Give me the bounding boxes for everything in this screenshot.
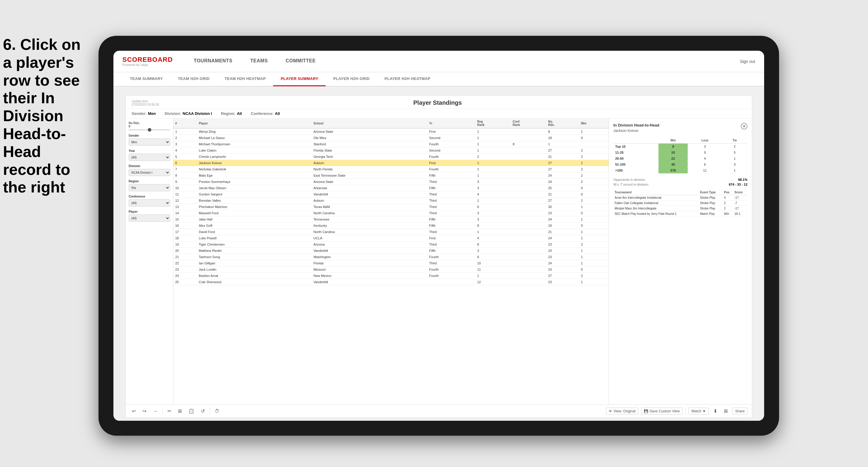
cell-conf — [511, 210, 547, 216]
tourn-pos: Win — [723, 211, 733, 217]
table-row[interactable]: 18 Luke Powell UCLA First 4 24 1 — [174, 235, 609, 241]
table-row[interactable]: 24 Bastien Amat New Mexico Fourth 1 27 2 — [174, 273, 609, 279]
table-row[interactable]: 25 Cole Sherwood Vanderbilt 12 23 1 — [174, 279, 609, 285]
share-button[interactable]: Share — [733, 408, 747, 415]
sub-nav-player-summary[interactable]: PLAYER SUMMARY — [273, 72, 326, 86]
cell-win: 0 — [579, 135, 609, 141]
sub-nav-player-h2h-heatmap[interactable]: PLAYER H2H HEATMAP — [377, 72, 438, 86]
nav-right: Sign out — [740, 59, 755, 64]
cell-rds: 24 — [546, 179, 579, 185]
table-row[interactable]: 5 Christo Lamprecht Georgia Tech Fourth … — [174, 154, 609, 160]
forward-button[interactable]: → — [151, 407, 159, 415]
table-row[interactable]: 15 Jake Hall Tennessee Fifth 3 24 1 — [174, 216, 609, 223]
tourn-name: SEC Match Play hosted by Jerry Pate Roun… — [613, 211, 699, 217]
cell-player: Tiger Christensen — [197, 241, 312, 248]
table-row[interactable]: 20 Matthew Riedel Vanderbilt Fifth 3 24 … — [174, 248, 609, 254]
no-rds-slider[interactable] — [129, 129, 170, 130]
cell-num: 24 — [174, 273, 197, 279]
logo-powered: Powered by clippi — [122, 63, 173, 66]
table-row[interactable]: 9 Preston Summerhays Arizona State Third… — [174, 179, 609, 185]
cell-win: 2 — [579, 241, 609, 248]
cell-num: 7 — [174, 166, 197, 173]
cell-rds: 27 — [546, 273, 579, 279]
table-row[interactable]: 4 Luke Claton Florida State Second 1 27 … — [174, 147, 609, 154]
conference-select[interactable]: (All) — [129, 199, 170, 207]
table-row[interactable]: 21 Taehoon Song Washington Fourth 6 23 1 — [174, 254, 609, 260]
table-row[interactable]: 23 Jack Lundin Missouri Fourth 11 24 0 — [174, 267, 609, 273]
cell-player: Luke Powell — [197, 235, 312, 241]
cell-win: 0 — [579, 185, 609, 191]
sub-nav-team-h2h-grid[interactable]: TEAM H2H GRID — [170, 72, 217, 86]
cell-reg: 8 — [475, 241, 511, 248]
table-row[interactable]: 8 Mats Ege East Tennessee State Fifth 1 … — [174, 173, 609, 179]
cell-school: Missouri — [312, 267, 428, 273]
table-row[interactable]: 13 Phichaksn Maichon Texas A&M Third 6 3… — [174, 204, 609, 210]
table-row[interactable]: 22 Ian Gilligan Florida Third 10 24 1 — [174, 260, 609, 267]
cell-reg: 1 — [475, 273, 511, 279]
undo-button[interactable]: ↩ — [130, 407, 137, 415]
table-row[interactable]: 14 Maxwell Ford North Carolina Third 3 2… — [174, 210, 609, 216]
cell-yr: Fifth — [428, 173, 475, 179]
sub-nav-player-h2h-grid[interactable]: PLAYER H2H GRID — [326, 72, 377, 86]
cell-reg: 11 — [475, 267, 511, 273]
copy-button[interactable]: ⊞ — [176, 407, 184, 415]
table-row[interactable]: 1 Wenyi Ding Arizona State First 1 8 1 — [174, 128, 609, 135]
table-row[interactable]: 2 Michael La Sasso Ole Miss Second 1 18 … — [174, 135, 609, 141]
toolbar-divider-1 — [162, 408, 163, 415]
table-row[interactable]: 3 Michael Thorbjornsen Stanford Fourth 1… — [174, 141, 609, 147]
cell-num: 13 — [174, 204, 197, 210]
h2h-tie: 1 — [722, 155, 747, 161]
sub-nav-team-summary[interactable]: TEAM SUMMARY — [122, 72, 170, 86]
tablet-frame: SCOREBOARD Powered by clippi TOURNAMENTS… — [98, 36, 779, 436]
cell-player: Phichaksn Maichon — [197, 204, 312, 210]
nav-tournaments[interactable]: TOURNAMENTS — [185, 51, 242, 72]
download-button[interactable]: ⬇ — [712, 407, 719, 415]
table-row[interactable]: 6 Jackson Koivun Auburn First 1 27 1 — [174, 160, 609, 166]
cell-win: 1 — [579, 216, 609, 223]
cell-yr: Third — [428, 229, 475, 235]
view-original-button[interactable]: 👁 View: Original — [606, 408, 638, 415]
cell-conf — [511, 154, 547, 160]
table-row[interactable]: 7 Nicholas Gabrelcik North Florida Fourt… — [174, 166, 609, 173]
cell-school: Auburn — [312, 197, 428, 204]
cell-rds: 21 — [546, 229, 579, 235]
watch-button[interactable]: Watch ▼ — [689, 408, 709, 415]
refresh-button[interactable]: ↺ — [199, 407, 207, 415]
division-select[interactable]: NCAA Division I — [129, 169, 170, 176]
table-row[interactable]: 17 David Ford North Carolina Third 1 21 … — [174, 229, 609, 235]
cell-rds: 24 — [546, 260, 579, 267]
content-body: No Rds. 6 Gender Men — [126, 119, 752, 404]
region-select[interactable]: N/a — [129, 184, 170, 191]
nav-items: TOURNAMENTS TEAMS COMMITTEE — [185, 51, 740, 72]
table-row[interactable]: 10 Jacob Mau Olesen Arkansas Fifth 3 25 … — [174, 185, 609, 191]
table-row[interactable]: 12 Brendan Valles Auburn Third 1 27 2 — [174, 197, 609, 204]
cell-rds: 23 — [546, 241, 579, 248]
save-custom-button[interactable]: 💾 Save Custom View — [641, 408, 682, 415]
cell-win: 2 — [579, 166, 609, 173]
year-select[interactable]: (All) — [129, 154, 170, 161]
cell-school: Florida — [312, 260, 428, 267]
cell-num: 1 — [174, 128, 197, 135]
table-row[interactable]: 16 Alex Goff Kentucky Fifth 8 19 0 — [174, 223, 609, 229]
grid-button[interactable]: ⊞ — [722, 407, 730, 415]
h2h-close-button[interactable]: × — [741, 123, 747, 129]
redo-button[interactable]: ↪ — [141, 407, 148, 415]
nav-committee[interactable]: COMMITTEE — [277, 51, 325, 72]
player-table: # Player School Yr RegRank ConfRank No.R… — [174, 119, 609, 285]
clock-button[interactable]: ⏱ — [213, 407, 221, 415]
cell-yr: Fourth — [428, 273, 475, 279]
sign-out-link[interactable]: Sign out — [740, 59, 755, 64]
gender-select[interactable]: Men — [129, 138, 170, 146]
table-row[interactable]: 11 Gordon Sargent Vanderbilt Third 4 21 … — [174, 191, 609, 197]
cell-num: 16 — [174, 223, 197, 229]
player-select[interactable]: (All) — [129, 215, 170, 222]
cell-conf — [511, 241, 547, 248]
table-row[interactable]: 19 Tiger Christensen Arizona Third 8 23 … — [174, 241, 609, 248]
tourn-score: -17 — [733, 206, 747, 211]
tourn-type: Stroke Play — [699, 200, 723, 206]
nav-teams[interactable]: TEAMS — [242, 51, 277, 72]
scissors-button[interactable]: ✂ — [166, 407, 173, 415]
paste-button[interactable]: 📋 — [187, 407, 196, 415]
cell-reg: 6 — [475, 254, 511, 260]
sub-nav-team-h2h-heatmap[interactable]: TEAM H2H HEATMAP — [217, 72, 273, 86]
